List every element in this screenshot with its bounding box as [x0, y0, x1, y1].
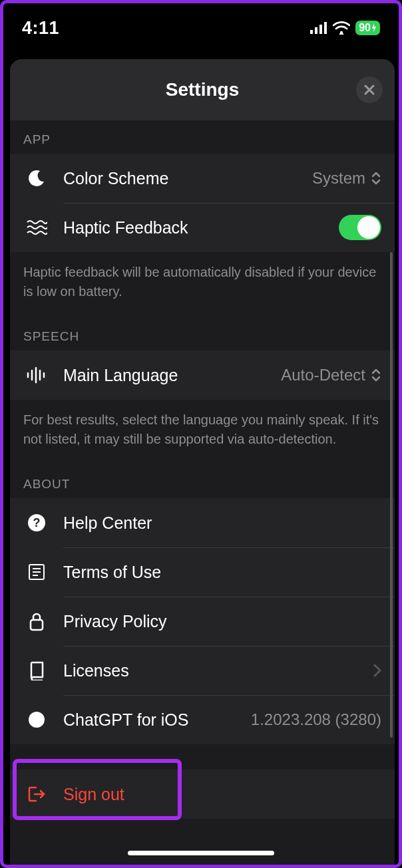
battery-level: 90	[359, 22, 371, 34]
section-header-speech: SPEECH	[10, 317, 395, 351]
status-bar: 4:11 90	[3, 3, 399, 43]
privacy-label: Privacy Policy	[63, 612, 381, 631]
row-color-scheme[interactable]: Color Scheme System	[10, 154, 395, 203]
device-frame: 4:11 90 Settings APP	[0, 0, 402, 868]
page-title: Settings	[166, 79, 239, 100]
svg-text:?: ?	[33, 516, 41, 529]
battery-icon: 90	[355, 21, 380, 35]
spacer	[10, 744, 395, 770]
app-icon	[23, 710, 50, 729]
row-help-center[interactable]: ? Help Center	[10, 498, 395, 547]
licenses-label: Licenses	[63, 661, 368, 680]
row-haptic-feedback[interactable]: Haptic Feedback	[10, 203, 395, 252]
waves-icon	[23, 219, 50, 235]
svg-rect-2	[319, 25, 322, 34]
close-button[interactable]	[356, 76, 383, 103]
updown-icon	[371, 368, 381, 382]
main-language-value: Auto-Detect	[281, 366, 365, 384]
row-privacy[interactable]: Privacy Policy	[10, 597, 395, 646]
svg-rect-3	[324, 22, 327, 34]
help-icon: ?	[23, 513, 50, 532]
svg-rect-0	[310, 30, 313, 34]
moon-icon	[23, 168, 50, 188]
svg-rect-1	[315, 27, 317, 34]
status-time: 4:11	[22, 18, 59, 39]
svg-rect-16	[31, 620, 43, 630]
signout-icon	[23, 785, 50, 803]
group-about: ? Help Center Terms of Use Privacy Polic…	[10, 498, 395, 744]
main-language-label: Main Language	[63, 366, 281, 385]
section-footer-speech: For best results, select the language yo…	[10, 400, 395, 465]
app-name-label: ChatGPT for iOS	[63, 710, 251, 730]
terms-label: Terms of Use	[63, 563, 381, 582]
row-main-language[interactable]: Main Language Auto-Detect	[10, 351, 395, 400]
document-icon	[23, 563, 50, 581]
status-right: 90	[310, 21, 380, 35]
row-sign-out[interactable]: Sign out	[10, 770, 395, 819]
section-header-app: APP	[10, 120, 395, 154]
help-label: Help Center	[63, 513, 381, 533]
color-scheme-value: System	[312, 169, 365, 188]
group-speech: Main Language Auto-Detect	[10, 351, 395, 400]
settings-sheet: Settings APP Color Scheme System	[10, 59, 395, 865]
section-header-about: ABOUT	[10, 465, 395, 498]
wifi-icon	[333, 21, 350, 35]
updown-icon	[371, 171, 381, 186]
row-licenses[interactable]: Licenses	[10, 646, 395, 695]
cellular-icon	[310, 22, 327, 34]
haptic-label: Haptic Feedback	[63, 218, 339, 237]
haptic-switch[interactable]	[339, 215, 381, 240]
svg-point-4	[340, 31, 343, 34]
signout-label: Sign out	[63, 785, 381, 804]
home-indicator[interactable]	[128, 851, 274, 855]
chevron-right-icon	[373, 664, 381, 677]
row-app-version: ChatGPT for iOS 1.2023.208 (3280)	[10, 695, 395, 744]
group-signout: Sign out	[10, 770, 395, 819]
audio-wave-icon	[23, 366, 50, 384]
lock-icon	[23, 611, 50, 631]
group-app: Color Scheme System Haptic Feedback	[10, 154, 395, 252]
sheet-header: Settings	[10, 59, 395, 120]
app-version-value: 1.2023.208 (3280)	[251, 710, 381, 729]
color-scheme-label: Color Scheme	[63, 169, 312, 188]
section-footer-app: Haptic feedback will be automatically di…	[10, 252, 395, 317]
scroll-indicator[interactable]	[390, 252, 393, 738]
close-icon	[364, 84, 375, 95]
svg-point-18	[29, 712, 45, 728]
book-icon	[23, 660, 50, 680]
row-terms[interactable]: Terms of Use	[10, 547, 395, 597]
